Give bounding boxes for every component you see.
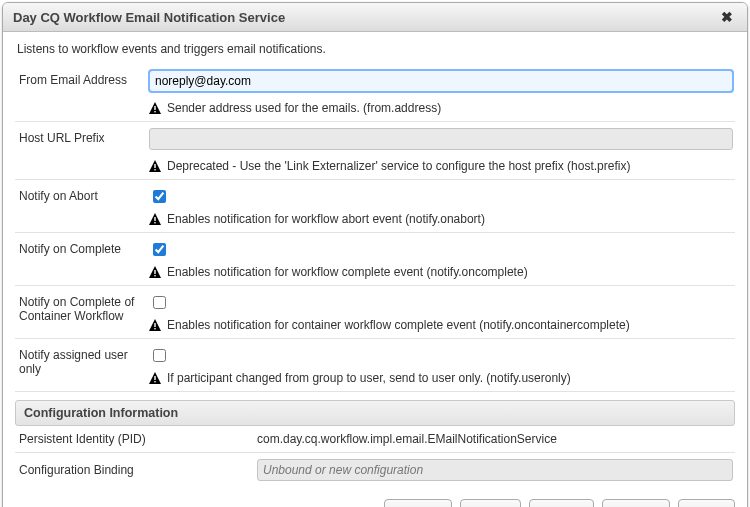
warning-icon xyxy=(149,160,161,172)
field-notify-complete: Notify on Complete Enables notification … xyxy=(15,233,735,286)
svg-rect-11 xyxy=(154,381,155,382)
close-icon[interactable]: ✖ xyxy=(717,9,737,25)
dialog-titlebar: Day CQ Workflow Email Notification Servi… xyxy=(3,3,747,32)
svg-rect-2 xyxy=(154,164,155,168)
checkbox-notify-useronly[interactable] xyxy=(153,349,166,362)
input-host-url[interactable] xyxy=(149,128,733,150)
svg-rect-1 xyxy=(154,111,155,112)
svg-rect-9 xyxy=(154,328,155,329)
label-host-url: Host URL Prefix xyxy=(17,128,149,145)
config-binding-label: Configuration Binding xyxy=(17,463,257,477)
warning-icon xyxy=(149,319,161,331)
delete-button[interactable]: Delete xyxy=(529,499,594,507)
svg-rect-4 xyxy=(154,217,155,221)
config-pid-label: Persistent Identity (PID) xyxy=(17,432,257,446)
checkbox-notify-complete[interactable] xyxy=(153,243,166,256)
cancel-button[interactable]: Cancel xyxy=(384,499,451,507)
hint-notify-container: Enables notification for container workf… xyxy=(149,318,733,332)
config-binding-row: Configuration Binding xyxy=(15,453,735,487)
svg-rect-3 xyxy=(154,169,155,170)
hint-notify-abort: Enables notification for workflow abort … xyxy=(149,212,733,226)
button-bar: Cancel Reset Delete Unbind Save xyxy=(3,487,747,507)
label-notify-complete: Notify on Complete xyxy=(17,239,149,256)
svg-rect-6 xyxy=(154,270,155,274)
warning-icon xyxy=(149,102,161,114)
svg-rect-10 xyxy=(154,376,155,380)
field-notify-abort: Notify on Abort Enables notification for… xyxy=(15,180,735,233)
svg-rect-0 xyxy=(154,106,155,110)
config-pid-value: com.day.cq.workflow.impl.email.EMailNoti… xyxy=(257,432,733,446)
config-dialog: Day CQ Workflow Email Notification Servi… xyxy=(2,2,748,507)
svg-rect-8 xyxy=(154,323,155,327)
dialog-title: Day CQ Workflow Email Notification Servi… xyxy=(13,10,285,25)
label-notify-container: Notify on Complete of Container Workflow xyxy=(17,292,149,323)
field-from-email: From Email Address Sender address used f… xyxy=(15,64,735,122)
label-notify-useronly: Notify assigned user only xyxy=(17,345,149,376)
dialog-subtitle: Listens to workflow events and triggers … xyxy=(3,32,747,64)
checkbox-notify-abort[interactable] xyxy=(153,190,166,203)
save-button[interactable]: Save xyxy=(678,499,735,507)
hint-host-url: Deprecated - Use the 'Link Externalizer'… xyxy=(149,159,733,173)
field-notify-useronly: Notify assigned user only If participant… xyxy=(15,339,735,392)
reset-button[interactable]: Reset xyxy=(460,499,521,507)
hint-notify-useronly: If participant changed from group to use… xyxy=(149,371,733,385)
form-area: From Email Address Sender address used f… xyxy=(3,64,747,487)
label-notify-abort: Notify on Abort xyxy=(17,186,149,203)
field-host-url: Host URL Prefix Deprecated - Use the 'Li… xyxy=(15,122,735,180)
hint-notify-complete: Enables notification for workflow comple… xyxy=(149,265,733,279)
unbind-button[interactable]: Unbind xyxy=(602,499,670,507)
warning-icon xyxy=(149,266,161,278)
svg-rect-7 xyxy=(154,275,155,276)
checkbox-notify-container[interactable] xyxy=(153,296,166,309)
config-binding-value xyxy=(257,459,733,481)
config-info-heading: Configuration Information xyxy=(15,400,735,426)
config-pid-row: Persistent Identity (PID) com.day.cq.wor… xyxy=(15,426,735,453)
hint-from-email: Sender address used for the emails. (fro… xyxy=(149,101,733,115)
field-notify-container: Notify on Complete of Container Workflow… xyxy=(15,286,735,339)
warning-icon xyxy=(149,372,161,384)
label-from-email: From Email Address xyxy=(17,70,149,87)
input-from-email[interactable] xyxy=(149,70,733,92)
svg-rect-5 xyxy=(154,222,155,223)
warning-icon xyxy=(149,213,161,225)
